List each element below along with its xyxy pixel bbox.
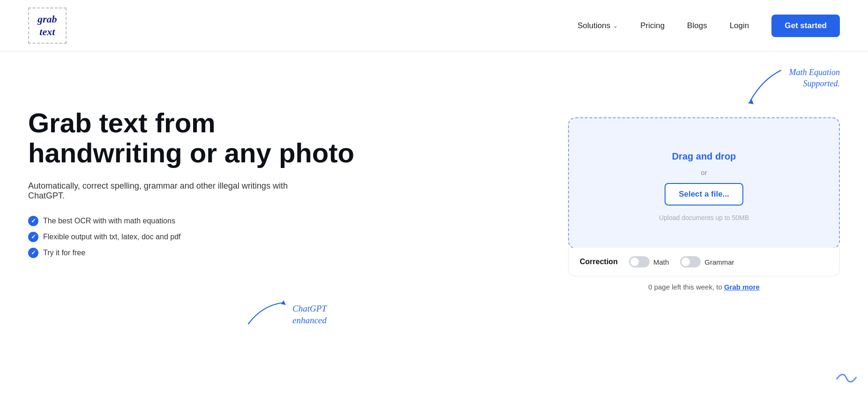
page-left-bar: 0 page left this week, to Grab more [568, 276, 840, 295]
chatgpt-arrow-icon [244, 296, 291, 328]
logo-line2: text [37, 26, 57, 38]
correction-label: Correction [580, 258, 618, 266]
hero-section: Grab text from handwriting or any photo … [28, 80, 540, 258]
feature-item-1: The best OCR with with math equations [28, 216, 540, 226]
feature-text-2: Flexible output with txt, latex, doc and… [43, 233, 181, 241]
feature-item-2: Flexible output with txt, latex, doc and… [28, 232, 540, 242]
logo[interactable]: grab text [28, 8, 67, 44]
grammar-toggle[interactable] [680, 256, 701, 267]
chatgpt-annotation: ChatGPTenhanced [244, 296, 327, 328]
or-label: or [701, 168, 707, 176]
chevron-down-icon: ⌄ [613, 23, 618, 29]
check-icon-2 [28, 232, 38, 242]
math-equation-label: Math EquationSupported. [789, 66, 840, 90]
feature-text-3: Try it for free [43, 249, 85, 257]
header: grab text Solutions ⌄ Pricing Blogs Logi… [0, 0, 868, 52]
nav-login[interactable]: Login [730, 21, 749, 30]
hero-title: Grab text from handwriting or any photo [28, 108, 366, 168]
wave-decoration-icon [833, 360, 861, 391]
check-icon-3 [28, 248, 38, 258]
feature-text-1: The best OCR with with math equations [43, 217, 175, 225]
select-file-button[interactable]: Select a file... [665, 183, 743, 206]
feature-item-3: Try it for free [28, 248, 540, 258]
nav: Solutions ⌄ Pricing Blogs Login Get star… [577, 15, 840, 37]
logo-line1: grab [37, 13, 57, 25]
grab-more-link[interactable]: Grab more [724, 283, 760, 291]
main-content: Grab text from handwriting or any photo … [0, 52, 868, 404]
page-left-text: 0 page left this week, to [648, 283, 722, 291]
math-arrow-icon [725, 66, 786, 108]
upload-dropzone[interactable]: Drag and drop or Select a file... Upload… [568, 117, 840, 249]
math-toggle-group: Math [629, 256, 669, 267]
check-icon-1 [28, 216, 38, 226]
nav-pricing[interactable]: Pricing [640, 21, 665, 30]
upload-section: Math EquationSupported. Drag and drop or… [568, 80, 840, 295]
get-started-button[interactable]: Get started [771, 15, 840, 37]
math-annotation: Math EquationSupported. [725, 66, 840, 108]
grammar-toggle-label: Grammar [704, 258, 734, 266]
math-toggle-label: Math [653, 258, 669, 266]
correction-bar: Correction Math Grammar [568, 248, 840, 276]
grammar-toggle-group: Grammar [680, 256, 734, 267]
feature-list: The best OCR with with math equations Fl… [28, 216, 540, 258]
upload-hint: Upload documents up to 50MB [659, 214, 749, 221]
drag-drop-label: Drag and drop [672, 151, 736, 162]
nav-solutions[interactable]: Solutions ⌄ [577, 21, 618, 30]
chatgpt-label: ChatGPTenhanced [292, 303, 327, 327]
math-toggle[interactable] [629, 256, 650, 267]
hero-subtitle: Automatically, correct spelling, grammar… [28, 181, 300, 201]
nav-blogs[interactable]: Blogs [687, 21, 707, 30]
